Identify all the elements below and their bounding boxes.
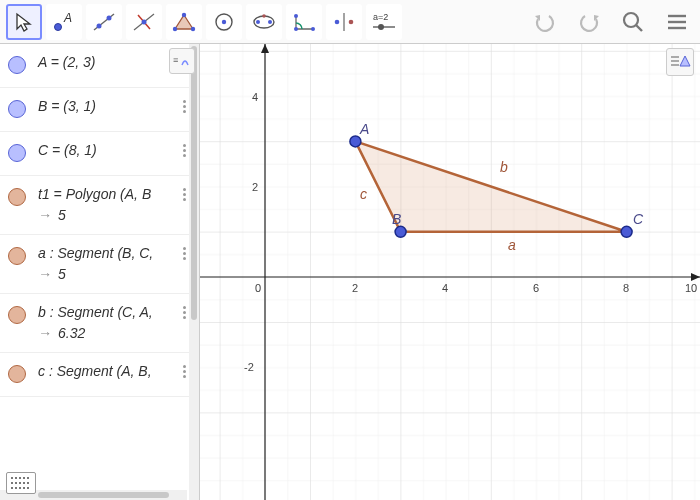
redo-button[interactable] (572, 5, 606, 39)
graphics-view[interactable]: 0 2 4 6 8 10 -2 2 4 a b c A B (200, 44, 700, 500)
tool-angle[interactable] (286, 4, 322, 40)
tool-move[interactable] (6, 4, 42, 40)
svg-text:a=2: a=2 (373, 12, 388, 22)
tool-circle[interactable] (206, 4, 242, 40)
svg-line-2 (94, 14, 114, 30)
visibility-dot[interactable] (8, 247, 26, 265)
algebra-text: B = (3, 1) (38, 96, 171, 117)
tool-point[interactable]: A (46, 4, 82, 40)
menu-button[interactable] (660, 5, 694, 39)
svg-point-13 (222, 19, 226, 23)
svg-point-22 (335, 19, 340, 24)
graphics-style-button[interactable] (666, 48, 694, 76)
segment-label-b: b (500, 159, 508, 175)
list-item[interactable]: C = (8, 1) (0, 132, 199, 176)
algebra-text: A = (2, 3) (38, 52, 171, 73)
algebra-scrollbar[interactable] (189, 44, 199, 500)
axis-tick: 4 (252, 91, 258, 103)
axis-tick: 2 (352, 282, 358, 294)
algebra-list: A = (2, 3) B = (3, 1) C = (8, 1) t1 = (0, 44, 199, 500)
list-item[interactable]: a : Segment (B, C, →5 (0, 235, 199, 294)
visibility-dot[interactable] (8, 100, 26, 118)
segment-label-c: c (360, 186, 367, 202)
svg-marker-36 (680, 56, 690, 66)
svg-point-11 (173, 26, 177, 30)
tool-ellipse[interactable] (246, 4, 282, 40)
axis-tick: 10 (685, 282, 697, 294)
svg-point-7 (142, 19, 147, 24)
tool-perpendicular[interactable] (126, 4, 162, 40)
algebra-text: b : Segment (C, A, →6.32 (38, 302, 171, 344)
axis-tick: -2 (244, 361, 254, 373)
svg-point-18 (294, 14, 298, 18)
tool-line[interactable] (86, 4, 122, 40)
axis-tick: 6 (533, 282, 539, 294)
point-label-A: A (359, 121, 369, 137)
list-item[interactable]: t1 = Polygon (A, B →5 (0, 176, 199, 235)
visibility-dot[interactable] (8, 306, 26, 324)
list-item[interactable]: b : Segment (C, A, →6.32 (0, 294, 199, 353)
algebra-text: t1 = Polygon (A, B →5 (38, 184, 171, 226)
algebra-panel: ≡ A = (2, 3) B = (3, 1) C = (8, 1) (0, 44, 200, 500)
search-button[interactable] (616, 5, 650, 39)
list-item[interactable]: B = (3, 1) (0, 88, 199, 132)
point-C[interactable] (621, 226, 632, 237)
point-A[interactable] (350, 136, 361, 147)
keyboard-button[interactable] (6, 472, 36, 494)
svg-point-19 (294, 27, 298, 31)
visibility-dot[interactable] (8, 144, 26, 162)
point-label-B: B (392, 211, 401, 227)
svg-point-20 (311, 27, 315, 31)
svg-point-27 (624, 13, 638, 27)
svg-point-0 (55, 23, 62, 30)
tool-slider[interactable]: a=2 (366, 4, 402, 40)
svg-point-3 (97, 23, 102, 28)
svg-point-26 (378, 24, 384, 30)
svg-line-28 (636, 25, 642, 31)
algebra-style-button[interactable]: ≡ (169, 48, 195, 74)
svg-point-15 (256, 20, 260, 24)
tool-reflect[interactable] (326, 4, 362, 40)
svg-point-9 (182, 12, 186, 16)
tool-polygon[interactable] (166, 4, 202, 40)
axis-tick: 4 (442, 282, 448, 294)
svg-rect-38 (200, 44, 700, 500)
point-B[interactable] (395, 226, 406, 237)
segment-label-a: a (508, 237, 516, 253)
axis-tick: 2 (252, 181, 258, 193)
svg-point-10 (191, 26, 195, 30)
axis-tick: 0 (255, 282, 261, 294)
svg-text:≡: ≡ (173, 55, 178, 65)
algebra-text: c : Segment (A, B, (38, 361, 171, 382)
algebra-text: a : Segment (B, C, →5 (38, 243, 171, 285)
axis-tick: 8 (623, 282, 629, 294)
toolbar: A a=2 (0, 0, 700, 44)
algebra-text: C = (8, 1) (38, 140, 171, 161)
point-label-C: C (633, 211, 644, 227)
svg-point-17 (262, 14, 266, 18)
svg-point-23 (349, 19, 354, 24)
undo-button[interactable] (528, 5, 562, 39)
visibility-dot[interactable] (8, 56, 26, 74)
canvas-svg: 0 2 4 6 8 10 -2 2 4 a b c A B (200, 44, 700, 500)
visibility-dot[interactable] (8, 365, 26, 383)
visibility-dot[interactable] (8, 188, 26, 206)
list-item[interactable]: c : Segment (A, B, (0, 353, 199, 397)
svg-text:A: A (63, 11, 72, 25)
svg-point-4 (107, 15, 112, 20)
svg-point-16 (268, 20, 272, 24)
